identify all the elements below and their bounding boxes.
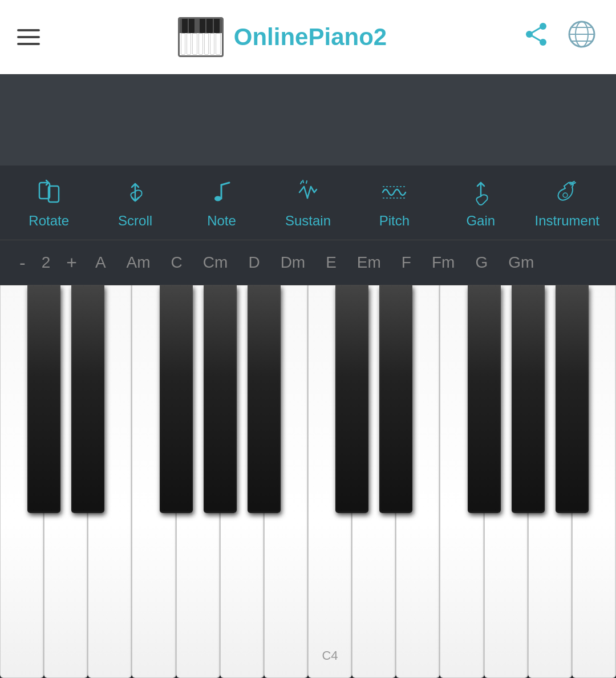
black-key-Cs3[interactable] <box>27 285 60 513</box>
chord-E[interactable]: E <box>315 253 347 272</box>
gain-icon <box>467 177 495 208</box>
piano-wrapper: C4 <box>0 285 616 678</box>
chord-Am[interactable]: Am <box>116 253 161 272</box>
octave-down-button[interactable]: - <box>11 252 34 273</box>
chord-Gm[interactable]: Gm <box>498 253 544 272</box>
octave-up-button[interactable]: + <box>58 252 85 273</box>
sustain-icon <box>294 177 322 208</box>
svg-line-17 <box>307 187 311 198</box>
svg-line-20 <box>301 181 302 184</box>
rotate-icon <box>35 177 63 208</box>
gain-label: Gain <box>466 213 495 229</box>
black-key-Fs4[interactable] <box>468 285 501 513</box>
app-title: OnlinePiano2 <box>234 23 387 51</box>
note-icon <box>208 177 236 208</box>
control-scroll[interactable]: Scroll <box>101 177 169 229</box>
svg-line-21 <box>303 180 303 183</box>
globe-button[interactable] <box>565 20 599 54</box>
chord-C[interactable]: C <box>161 253 193 272</box>
scroll-label: Scroll <box>118 213 152 229</box>
instrument-label: Instrument <box>535 213 599 229</box>
chord-F[interactable]: F <box>391 253 422 272</box>
black-key-Cs4[interactable] <box>335 285 368 513</box>
scroll-icon <box>121 177 149 208</box>
control-sustain[interactable]: Sustain <box>274 177 342 229</box>
black-key-Fs3[interactable] <box>160 285 193 513</box>
chord-D[interactable]: D <box>238 253 270 272</box>
black-key-As3[interactable] <box>248 285 281 513</box>
sustain-label: Sustain <box>285 213 331 229</box>
piano-area: C4 <box>0 285 616 678</box>
control-note[interactable]: Note <box>188 177 256 229</box>
pitch-icon <box>380 177 408 208</box>
c4-label: C4 <box>309 648 351 663</box>
pitch-label: Pitch <box>379 213 410 229</box>
chord-Cm[interactable]: Cm <box>193 253 238 272</box>
header-right <box>519 20 599 54</box>
ad-banner <box>0 74 616 166</box>
svg-line-3 <box>529 26 543 34</box>
svg-line-14 <box>221 183 229 185</box>
header-left <box>17 23 46 51</box>
control-gain[interactable]: Gain <box>447 177 515 229</box>
rotate-label: Rotate <box>29 213 69 229</box>
svg-point-25 <box>563 193 568 197</box>
svg-point-12 <box>214 196 221 201</box>
share-button[interactable] <box>519 20 553 54</box>
chord-G[interactable]: G <box>465 253 498 272</box>
svg-line-22 <box>306 181 307 183</box>
control-pitch[interactable]: Pitch <box>360 177 428 229</box>
black-key-Ds3[interactable] <box>71 285 104 513</box>
share-icon <box>524 22 549 52</box>
svg-line-4 <box>529 34 543 42</box>
svg-line-19 <box>314 189 317 192</box>
instrument-icon <box>553 177 581 208</box>
svg-line-15 <box>299 187 304 192</box>
chord-Dm[interactable]: Dm <box>270 253 316 272</box>
menu-button[interactable] <box>17 23 46 51</box>
svg-line-18 <box>311 187 314 192</box>
controls-bar: Rotate Scroll Note <box>0 166 616 240</box>
chord-Fm[interactable]: Fm <box>422 253 465 272</box>
chord-bar: - 2 + A Am C Cm D Dm E Em F Fm G Gm <box>0 240 616 285</box>
black-key-Gs4[interactable] <box>512 285 545 513</box>
note-label: Note <box>207 213 236 229</box>
black-key-Gs3[interactable] <box>204 285 237 513</box>
header: OnlinePiano2 <box>0 0 616 74</box>
header-center: OnlinePiano2 <box>178 17 387 57</box>
control-rotate[interactable]: Rotate <box>15 177 83 229</box>
globe-icon <box>567 19 597 54</box>
chord-A[interactable]: A <box>85 253 116 272</box>
black-key-Ds4[interactable] <box>379 285 412 513</box>
octave-number: 2 <box>34 253 59 272</box>
chord-Em[interactable]: Em <box>347 253 391 272</box>
control-instrument[interactable]: Instrument <box>533 177 601 229</box>
black-key-As4[interactable] <box>556 285 589 513</box>
svg-line-16 <box>304 187 307 198</box>
app-logo <box>178 17 224 57</box>
